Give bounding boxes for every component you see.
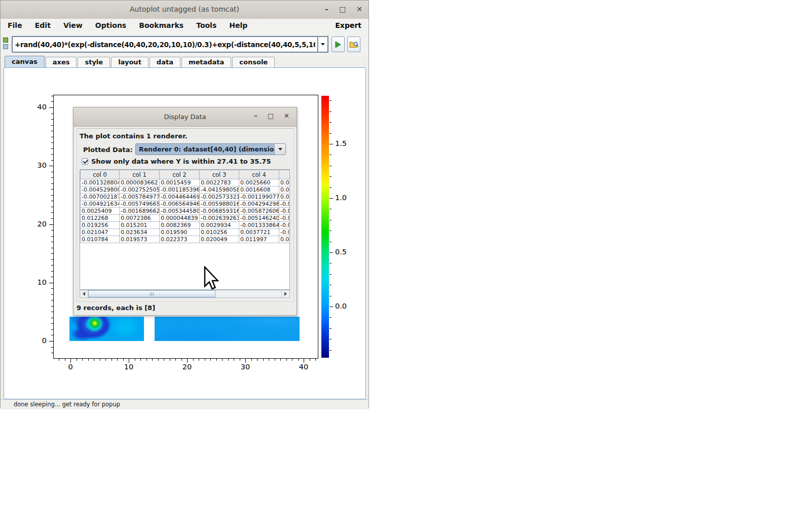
table-cell[interactable]: -4.041598058... — [200, 186, 239, 194]
maximize-icon[interactable]: □ — [339, 4, 346, 14]
table-cell[interactable]: 0.019573 — [120, 236, 160, 243]
dialog-close-icon[interactable]: ✕ — [284, 111, 289, 121]
table-cell[interactable]: -0.004921634... — [81, 201, 120, 208]
table-cell[interactable]: 0.0082369 — [160, 222, 200, 229]
table-cell[interactable]: -0.006859316... — [200, 208, 239, 215]
datasource-type-icon[interactable] — [3, 37, 8, 49]
tab-data[interactable]: data — [150, 57, 180, 67]
table-cell[interactable]: 0.0029934 — [200, 222, 239, 229]
table-cell[interactable]: -0.004464469... — [160, 194, 200, 201]
filter-checkbox[interactable] — [82, 158, 88, 165]
table-cell[interactable]: 0.000083662 — [120, 179, 160, 186]
tab-canvas[interactable]: canvas — [5, 56, 45, 67]
table-cell[interactable]: -0.0 — [279, 215, 290, 222]
table-cell[interactable]: -0.005784977... — [120, 194, 160, 201]
minimize-icon[interactable]: – — [325, 4, 328, 14]
table-cell[interactable]: 0.023634 — [120, 229, 160, 236]
table-cell[interactable]: -0.006564946... — [160, 201, 200, 208]
table-cell[interactable]: 0.0022783 — [200, 179, 239, 186]
heatmap-right-segment[interactable] — [155, 317, 300, 341]
table-row[interactable]: 0.0122680.00723860.000044839-0.002639263… — [81, 215, 290, 222]
table-cell[interactable]: -0.0 — [279, 201, 290, 208]
uri-input[interactable] — [12, 36, 318, 53]
table-row[interactable]: 0.0025409-0.001689662...-0.005344580...-… — [81, 208, 290, 215]
uri-history-dropdown-button[interactable] — [318, 36, 328, 53]
table-row[interactable]: -0.004529800...-0.002752505...-0.0011853… — [81, 186, 290, 194]
table-cell[interactable]: 0.00 — [279, 236, 290, 243]
table-cell[interactable]: 0.0037721 — [239, 229, 279, 236]
table-cell[interactable]: 0.0015459 — [160, 179, 200, 186]
tab-axes[interactable]: axes — [46, 57, 77, 67]
table-cell[interactable]: 0.015201 — [120, 222, 160, 229]
table-cell[interactable]: 0.021047 — [81, 229, 120, 236]
tab-console[interactable]: console — [232, 57, 275, 67]
table-cell[interactable]: -0.0 — [279, 229, 290, 236]
table-cell[interactable]: 0.0072386 — [120, 215, 160, 222]
column-header[interactable]: col 1 — [120, 170, 160, 179]
table-cell[interactable]: 0.022373 — [160, 236, 200, 243]
table-cell[interactable]: 0.019590 — [160, 229, 200, 236]
menu-options[interactable]: Options — [90, 19, 131, 32]
table-cell[interactable]: 0.0025409 — [81, 208, 120, 215]
table-cell[interactable]: 0.010784 — [81, 236, 120, 243]
menu-help[interactable]: Help — [224, 19, 252, 32]
table-cell[interactable]: -0.004294298... — [239, 201, 279, 208]
table-cell[interactable]: 0.020049 — [200, 236, 239, 243]
table-cell[interactable]: 0.00 — [279, 179, 290, 186]
table-cell[interactable]: 0.019256 — [81, 222, 120, 229]
table-row[interactable]: 0.0210470.0236340.0195900.0102560.003772… — [81, 229, 290, 236]
plotted-data-combobox[interactable]: Renderer 0: dataset[40,40] (dimension... — [135, 143, 286, 155]
table-cell[interactable]: 0.0025660 — [239, 179, 279, 186]
menu-view[interactable]: View — [58, 19, 88, 32]
column-header[interactable]: col 0 — [81, 170, 120, 179]
tab-layout[interactable]: layout — [111, 57, 149, 67]
table-cell[interactable]: -0.001333864... — [239, 222, 279, 229]
menu-file[interactable]: File — [3, 19, 27, 32]
table-cell[interactable]: 0.00 — [279, 194, 290, 201]
scroll-left-button[interactable] — [80, 290, 88, 297]
menu-edit[interactable]: Edit — [30, 19, 56, 32]
table-row[interactable]: 0.0107840.0195730.0223730.0200490.011997… — [81, 236, 290, 243]
table-cell[interactable]: -0.002573321... — [200, 194, 239, 201]
table-cell[interactable]: -0.001328804... — [81, 179, 120, 186]
table-row[interactable]: -0.004921634...-0.005749665...-0.0065649… — [81, 201, 290, 208]
column-header[interactable]: col 4 — [239, 170, 279, 179]
table-row[interactable]: 0.0192560.0152010.00823690.0029934-0.001… — [81, 222, 290, 229]
table-cell[interactable]: -0.005749665... — [120, 201, 160, 208]
table-cell[interactable]: 0.00 — [279, 186, 290, 194]
menu-expert[interactable]: Expert — [334, 19, 362, 32]
table-cell[interactable]: -0.001199077... — [239, 194, 279, 201]
combobox-arrow-button[interactable] — [274, 144, 285, 155]
column-header[interactable]: col 3 — [200, 170, 239, 179]
menu-tools[interactable]: Tools — [191, 19, 222, 32]
menu-bookmarks[interactable]: Bookmarks — [134, 19, 189, 32]
close-icon[interactable]: ✕ — [356, 4, 362, 14]
colorbar[interactable] — [321, 96, 329, 358]
table-cell[interactable]: -0.004529800... — [81, 186, 120, 194]
column-header[interactable] — [279, 170, 290, 179]
window-titlebar[interactable]: Autoplot untagged (as tomcat) – □ ✕ — [1, 1, 368, 19]
table-row[interactable]: -0.001328804...0.0000836620.00154590.002… — [81, 179, 290, 186]
table-cell[interactable]: -0.005872606... — [239, 208, 279, 215]
table-cell[interactable]: -0.001689662... — [120, 208, 160, 215]
scroll-right-button[interactable] — [281, 290, 289, 297]
inspect-uri-button[interactable] — [347, 36, 360, 52]
dialog-maximize-icon[interactable]: □ — [268, 111, 274, 121]
table-cell[interactable]: 0.010256 — [200, 229, 239, 236]
table-cell[interactable]: -0.0 — [279, 222, 290, 229]
table-cell[interactable]: -0.002639263... — [200, 215, 239, 222]
table-cell[interactable]: -0.007002187... — [81, 194, 120, 201]
dialog-titlebar[interactable]: Display Data – □ ✕ — [73, 107, 297, 127]
column-header[interactable]: col 2 — [160, 170, 200, 179]
scrollbar-track[interactable] — [88, 290, 281, 297]
table-cell[interactable]: -0.005146240... — [239, 215, 279, 222]
tab-style[interactable]: style — [78, 57, 110, 67]
go-plot-button[interactable] — [331, 36, 345, 52]
table-cell[interactable]: -0.005344580... — [160, 208, 200, 215]
scrollbar-thumb[interactable] — [88, 290, 215, 297]
heatmap-left-segment[interactable] — [69, 317, 144, 341]
tab-metadata[interactable]: metadata — [181, 57, 231, 67]
table-cell[interactable]: -0.0 — [279, 208, 290, 215]
table-cell[interactable]: 0.012268 — [81, 215, 120, 222]
dialog-minimize-icon[interactable]: – — [254, 111, 257, 121]
